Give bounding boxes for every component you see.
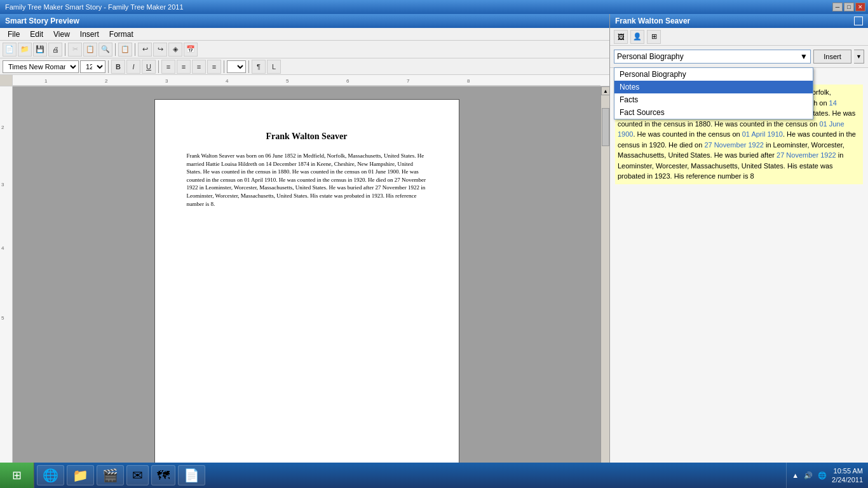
ie-icon: 🌐 <box>43 468 58 483</box>
doc-scroll-area[interactable]: Frank Walton Seaver Frank Walton Seaver … <box>13 86 600 488</box>
underline-button[interactable]: U <box>142 60 156 74</box>
align-right-button[interactable]: ≡ <box>192 60 206 74</box>
bold-button[interactable]: B <box>111 60 125 74</box>
pdf-icon: 📄 <box>184 468 200 483</box>
print-button[interactable]: 🖨 <box>48 43 62 57</box>
font-size-dropdown[interactable]: 12 <box>80 60 105 73</box>
right-panel-title: Frank Walton Seaver <box>615 17 690 25</box>
system-tray: ▲ 🔊 🌐 10:55 AM 2/24/2011 <box>786 463 868 488</box>
close-button[interactable]: ✕ <box>855 3 865 11</box>
paste-button[interactable]: 📋 <box>118 43 132 57</box>
taskbar-mail[interactable]: ✉ <box>126 465 149 485</box>
title-bar: Family Tree Maker Smart Story - Family T… <box>0 0 868 14</box>
svg-text:7: 7 <box>407 78 410 84</box>
person-icon-btn[interactable]: 👤 <box>630 30 644 44</box>
right-toolbar: 🖼 👤 ⊞ <box>610 28 868 46</box>
copy-button[interactable]: 📋 <box>83 43 97 57</box>
taskbar-items: 🌐 📁 🎬 ✉ 🗺 📄 <box>34 465 786 485</box>
taskbar-explorer[interactable]: 📁 <box>67 465 94 485</box>
undo-button[interactable]: ↩ <box>138 43 152 57</box>
mail-icon: ✉ <box>132 468 143 483</box>
doc-page: Frank Walton Seaver Frank Walton Seaver … <box>154 99 459 480</box>
right-content: Personal Biography Frank Walton Seaver w… <box>610 68 868 481</box>
clock-date: 2/24/2011 <box>832 475 863 484</box>
option-facts[interactable]: Facts <box>614 93 813 106</box>
menu-edit[interactable]: Edit <box>25 29 48 40</box>
special-button[interactable]: ◈ <box>168 43 182 57</box>
taskbar-media[interactable]: 🎬 <box>97 465 124 485</box>
menu-format[interactable]: Format <box>104 29 139 40</box>
format-sep-2 <box>158 60 159 73</box>
line-spacing-dropdown[interactable] <box>227 60 246 73</box>
vertical-scrollbar[interactable]: ▲ ⬛ ▼ <box>600 86 609 488</box>
media-icon: 🎬 <box>102 468 118 483</box>
align-left-button[interactable]: ≡ <box>161 60 175 74</box>
redo-button[interactable]: ↪ <box>153 43 167 57</box>
justify-button[interactable]: ≡ <box>207 60 221 74</box>
smart-story-title: Smart Story Preview <box>5 17 79 25</box>
menu-view[interactable]: View <box>48 29 75 40</box>
find-button[interactable]: 🔍 <box>98 43 112 57</box>
menu-file[interactable]: File <box>3 29 25 40</box>
right-panel: Frank Walton Seaver 🖼 👤 ⊞ Personal Biogr… <box>610 14 868 488</box>
para-btn[interactable]: ¶ <box>252 60 266 74</box>
svg-text:5: 5 <box>286 78 289 84</box>
bio-date-6: 27 November 1922 <box>776 151 836 159</box>
svg-text:2: 2 <box>105 78 108 84</box>
left-panel: Smart Story Preview File Edit View Inser… <box>0 14 610 488</box>
open-button[interactable]: 📁 <box>18 43 32 57</box>
calendar-button[interactable]: 📅 <box>184 43 198 57</box>
dropdown-menu: Personal Biography Notes Facts Fact Sour… <box>614 67 813 119</box>
tray-arrow[interactable]: ▲ <box>792 471 799 479</box>
windows-icon: ⊞ <box>12 468 22 482</box>
table-icon-btn[interactable]: ⊞ <box>647 30 661 44</box>
persona-dropdown[interactable]: Personal Biography ▼ <box>614 50 811 64</box>
doc-title: Frank Walton Seaver <box>187 132 427 142</box>
taskbar-pdf[interactable]: 📄 <box>178 465 205 485</box>
bio-text-4: . He was counted in the census on <box>633 130 742 138</box>
document-area: 2 3 4 5 Frank Walton Seaver Frank Walton… <box>0 86 609 488</box>
right-panel-maximize[interactable] <box>854 17 863 25</box>
volume-icon[interactable]: 🔊 <box>804 471 813 480</box>
save-button[interactable]: 💾 <box>33 43 47 57</box>
photo-icon-btn[interactable]: 🖼 <box>614 30 628 44</box>
scroll-thumb[interactable] <box>602 108 609 146</box>
format-sep-3 <box>224 60 224 73</box>
network-icon[interactable]: 🌐 <box>818 471 827 480</box>
scroll-up-btn[interactable]: ▲ <box>601 86 609 95</box>
svg-text:6: 6 <box>346 78 349 84</box>
svg-text:4: 4 <box>226 78 229 84</box>
menu-insert[interactable]: Insert <box>75 29 104 40</box>
option-personal-bio[interactable]: Personal Biography <box>614 68 813 81</box>
bio-date-4: 01 April 1910 <box>742 130 783 138</box>
font-family-dropdown[interactable]: Times New Roman <box>3 60 79 73</box>
insert-arrow-icon: ▼ <box>856 53 862 60</box>
format-toolbar: Times New Roman 12 B I U ≡ ≡ ≡ ≡ ¶ L <box>0 58 609 75</box>
taskbar-ie[interactable]: 🌐 <box>37 465 64 485</box>
taskbar: ⊞ 🌐 📁 🎬 ✉ 🗺 📄 ▲ 🔊 🌐 10:55 AM 2/24/2011 <box>0 463 868 488</box>
insert-dropdown-button[interactable]: ▼ <box>854 50 864 64</box>
right-panel-header: Frank Walton Seaver <box>610 14 868 28</box>
ruler: 1 2 3 4 5 6 7 8 <box>0 75 609 86</box>
format-sep-1 <box>108 60 109 73</box>
italic-button[interactable]: I <box>126 60 140 74</box>
window-controls: ─ □ ✕ <box>832 3 865 11</box>
minimize-button[interactable]: ─ <box>832 3 843 11</box>
clock-time: 10:55 AM <box>832 466 863 475</box>
insert-button[interactable]: Insert <box>813 50 851 64</box>
cut-button[interactable]: ✂ <box>68 43 82 57</box>
option-fact-sources[interactable]: Fact Sources <box>614 106 813 119</box>
app-title: Family Tree Maker Smart Story - Family T… <box>3 3 184 11</box>
doc-body: Frank Walton Seaver was born on 06 June … <box>187 152 427 208</box>
maximize-button[interactable]: □ <box>844 3 854 11</box>
toolbar-sep-3 <box>135 43 135 56</box>
taskbar-maps[interactable]: 🗺 <box>151 465 175 485</box>
maps-icon: 🗺 <box>157 468 170 483</box>
option-notes[interactable]: Notes <box>614 81 813 93</box>
svg-text:1: 1 <box>44 78 48 84</box>
start-button[interactable]: ⊞ <box>0 463 34 488</box>
new-button[interactable]: 📄 <box>3 43 17 57</box>
system-clock: 10:55 AM 2/24/2011 <box>832 466 863 485</box>
indent-btn[interactable]: L <box>267 60 281 74</box>
align-center-button[interactable]: ≡ <box>177 60 191 74</box>
